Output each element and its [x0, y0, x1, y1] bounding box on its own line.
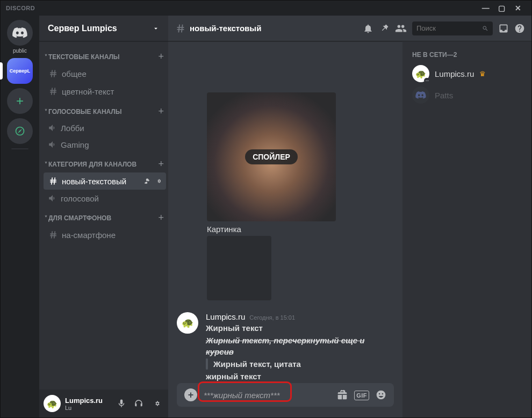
channel-title: новый-текстовый — [175, 23, 261, 34]
text-channel[interactable]: общее — [44, 65, 166, 82]
category-header[interactable]: ˅ ДЛЯ СМАРТФОНОВ + — [44, 207, 166, 226]
search-input[interactable] — [416, 24, 479, 32]
add-channel-button[interactable]: + — [158, 212, 164, 224]
message-line: Жирный текст, цитата — [206, 358, 394, 370]
guild-item-selected[interactable]: СерверL — [7, 58, 33, 84]
chevron-down-icon: ˅ — [45, 161, 47, 167]
channel-name: Лобби — [61, 124, 84, 133]
inbox-button[interactable] — [498, 23, 509, 34]
emoji-button[interactable] — [376, 390, 386, 400]
add-channel-button[interactable]: + — [158, 106, 164, 117]
search-box[interactable] — [412, 21, 493, 35]
discord-logo-icon — [12, 27, 27, 38]
gif-button[interactable]: GIF — [354, 390, 369, 400]
member-name: Patts — [435, 91, 453, 100]
text-channel-selected[interactable]: новый-текстовый — [44, 172, 166, 190]
chevron-down-icon: ˅ — [45, 109, 47, 114]
titlebar: DISCORD — ▢ ✕ — [1, 1, 531, 16]
server-name: Сервер Lumpics — [48, 24, 117, 33]
message: 🐢 Lumpics.ru Сегодня, в 15:01 Жирный тек… — [177, 311, 394, 383]
add-channel-button[interactable]: + — [158, 51, 164, 62]
hash-icon — [175, 23, 186, 34]
user-name: Lumpics.ru — [65, 397, 112, 405]
chat-area: новый-текстовый — [168, 16, 531, 417]
user-panel: 🐢 Lumpics.ru Lu — [39, 390, 168, 417]
chat-header: новый-текстовый — [168, 16, 531, 41]
channel-name: цветной-текст — [62, 87, 114, 96]
minimize-button[interactable]: — — [478, 4, 494, 12]
category-header[interactable]: ˅ ГОЛОСОВЫЕ КАНАЛЫ + — [44, 100, 166, 119]
server-header[interactable]: Сервер Lumpics — [39, 16, 168, 41]
message-author[interactable]: Lumpics.ru — [206, 312, 245, 321]
brand-label: DISCORD — [6, 5, 35, 11]
voice-channel[interactable]: голосовой — [44, 190, 166, 206]
hash-icon — [48, 68, 59, 79]
voice-channel[interactable]: Gaming — [44, 136, 166, 153]
channel-name: новый-текстовый — [62, 177, 126, 186]
message-line: жирный текст — [206, 371, 394, 382]
attach-button[interactable]: + — [184, 388, 197, 401]
explore-servers-button[interactable] — [7, 118, 33, 144]
add-server-button[interactable]: + — [7, 88, 33, 114]
message-text: Картинка — [207, 225, 394, 234]
help-button[interactable] — [514, 23, 525, 34]
avatar[interactable]: 🐢 — [177, 312, 198, 334]
notifications-button[interactable] — [363, 23, 373, 34]
invite-icon[interactable] — [143, 177, 151, 185]
category-header[interactable]: ˅ ТЕКСТОВЫЕ КАНАЛЫ + — [44, 46, 166, 64]
hash-icon — [48, 229, 59, 240]
category-name: ДЛЯ СМАРТФОНОВ — [48, 214, 111, 222]
maximize-button[interactable]: ▢ — [494, 4, 510, 12]
crown-icon: ♛ — [479, 70, 486, 78]
channel-sidebar: Сервер Lumpics ˅ ТЕКСТОВЫЕ КАНАЛЫ + обще… — [39, 16, 168, 417]
spoiler-badge: СПОЙЛЕР — [245, 149, 298, 164]
message-list: СПОЙЛЕР Картинка 🐢 Lumpics.ru Сегодня, — [168, 41, 402, 417]
settings-button[interactable] — [151, 399, 164, 408]
avatar: 🐢••• — [412, 65, 429, 82]
search-icon — [482, 25, 488, 32]
user-tag: Lu — [65, 405, 112, 411]
gear-icon[interactable] — [154, 177, 162, 185]
add-channel-button[interactable]: + — [158, 158, 164, 170]
members-button[interactable] — [395, 23, 407, 34]
deafen-button[interactable] — [134, 399, 147, 408]
mute-button[interactable] — [117, 399, 130, 408]
home-button[interactable] — [7, 20, 33, 46]
close-button[interactable]: ✕ — [510, 4, 526, 12]
member-name: Lumpics.ru — [435, 69, 474, 78]
message-input-text[interactable]: ***жирный текст*** — [204, 391, 330, 400]
avatar — [412, 87, 429, 104]
attachment-placeholder[interactable] — [207, 236, 271, 300]
member-list: НЕ В СЕТИ—2 🐢••• Lumpics.ru ♛ Patts — [402, 41, 531, 417]
gift-button[interactable] — [337, 390, 348, 400]
channel-name: Gaming — [61, 140, 89, 149]
hash-icon — [48, 176, 59, 186]
category-header[interactable]: ˅ КАТЕГОРИЯ ДЛЯ КАНАЛОВ + — [44, 153, 166, 172]
member-group-title: НЕ В СЕТИ—2 — [408, 51, 526, 63]
member-item[interactable]: 🐢••• Lumpics.ru ♛ — [408, 63, 526, 84]
quote-bar — [206, 358, 208, 370]
channel-name: общее — [62, 69, 87, 78]
speaker-icon — [48, 140, 57, 149]
hash-icon — [48, 86, 59, 97]
voice-channel[interactable]: Лобби — [44, 120, 166, 136]
message-line: Жирный текст, перечеркнутый еще и курсив — [206, 335, 394, 357]
compass-icon — [15, 126, 25, 136]
spoiler-image[interactable]: СПОЙЛЕР — [207, 92, 336, 221]
message-input-box[interactable]: + ***жирный текст*** GIF — [177, 383, 394, 407]
message-timestamp: Сегодня, в 15:01 — [249, 314, 295, 321]
category-name: ГОЛОСОВЫЕ КАНАЛЫ — [48, 108, 122, 116]
speaker-icon — [48, 123, 57, 133]
text-channel[interactable]: на-смартфоне — [44, 226, 166, 243]
text-channel[interactable]: цветной-текст — [44, 83, 166, 100]
channel-name: на-смартфоне — [62, 230, 116, 240]
chevron-down-icon: ˅ — [45, 54, 47, 60]
user-avatar[interactable]: 🐢 — [44, 395, 61, 412]
guild-list: public СерверL + — [1, 16, 39, 417]
message-line: Жирный текст — [206, 322, 394, 334]
channel-name: голосовой — [61, 194, 99, 203]
member-item[interactable]: Patts — [408, 84, 526, 106]
pinned-button[interactable] — [379, 23, 390, 34]
chevron-down-icon: ˅ — [45, 215, 47, 221]
chevron-down-icon — [152, 25, 160, 32]
